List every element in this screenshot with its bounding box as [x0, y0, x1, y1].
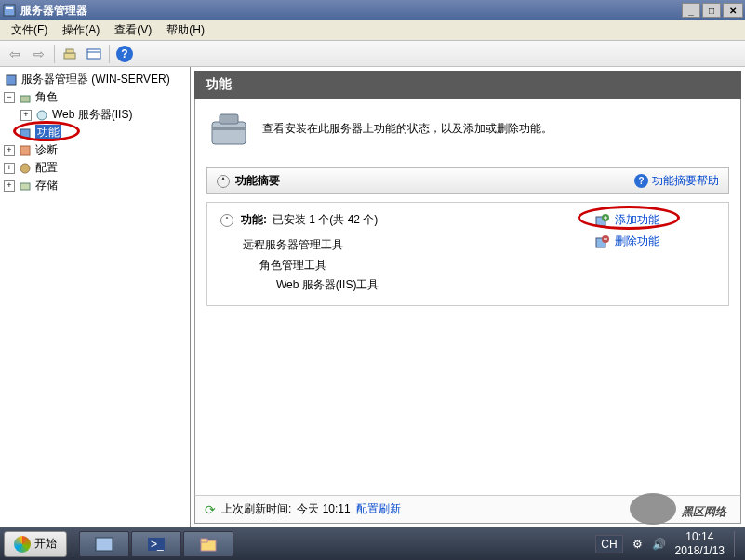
- tree-features[interactable]: 功能: [4, 124, 186, 141]
- properties-button[interactable]: [59, 44, 81, 64]
- server-icon: [4, 73, 19, 87]
- summary-title: 功能摘要: [235, 173, 280, 189]
- watermark-logo: [630, 493, 676, 525]
- expand-icon[interactable]: +: [4, 180, 15, 192]
- window-title: 服务器管理器: [20, 3, 682, 19]
- watermark: 黑区网络: [630, 492, 726, 525]
- clock[interactable]: 10:14 2018/1/13: [675, 530, 725, 557]
- config-icon: [18, 162, 33, 175]
- svg-rect-6: [7, 75, 16, 85]
- task-explorer[interactable]: [183, 531, 233, 557]
- window-controls: _ □ ✕: [682, 3, 743, 18]
- app-icon: [2, 3, 17, 18]
- svg-rect-0: [4, 5, 15, 16]
- help-icon: ?: [634, 174, 648, 188]
- menu-help[interactable]: 帮助(H): [159, 20, 212, 40]
- collapse-icon[interactable]: ˄: [220, 214, 233, 227]
- expand-icon[interactable]: +: [4, 163, 15, 174]
- separator: [54, 45, 55, 63]
- tree-iis[interactable]: + Web 服务器(IIS): [4, 106, 186, 124]
- add-feature-link[interactable]: 添加功能: [594, 212, 715, 228]
- view-button[interactable]: [83, 44, 105, 64]
- svg-rect-15: [212, 127, 246, 130]
- menubar: 文件(F) 操作(A) 查看(V) 帮助(H): [0, 20, 745, 41]
- svg-point-11: [20, 164, 30, 173]
- add-feature-icon: [594, 213, 609, 228]
- collapse-icon[interactable]: −: [4, 92, 15, 103]
- detail-right: 添加功能 删除功能: [594, 212, 715, 296]
- toolbox-icon: [206, 108, 251, 149]
- menu-action[interactable]: 操作(A): [55, 20, 107, 40]
- svg-rect-24: [201, 539, 207, 542]
- svg-rect-10: [20, 146, 30, 155]
- svg-rect-9: [20, 129, 30, 138]
- remove-feature-icon: [594, 234, 609, 249]
- minimize-button[interactable]: _: [682, 3, 700, 18]
- detail-box: ˄ 功能: 已安装 1 个(共 42 个) 远程服务器管理工具 角色管理工具 W…: [206, 202, 729, 306]
- task-server-manager[interactable]: [79, 531, 129, 557]
- content-heading: 功能: [194, 71, 741, 99]
- svg-point-8: [37, 111, 47, 120]
- roles-icon: [18, 91, 33, 104]
- storage-icon: [18, 180, 33, 193]
- help-icon: ?: [116, 46, 133, 62]
- content-pane: 功能 查看安装在此服务器上功能的状态，以及添加或删除功能。 ˄ 功能摘要 ? 功…: [194, 71, 741, 524]
- list-item: 角色管理工具: [259, 256, 594, 276]
- toolbar: ⇦ ⇨ ?: [0, 41, 745, 67]
- expand-icon[interactable]: +: [20, 110, 32, 121]
- intro-row: 查看安装在此服务器上功能的状态，以及添加或删除功能。: [206, 108, 729, 149]
- windows-icon: [14, 536, 31, 553]
- svg-rect-14: [220, 114, 238, 124]
- close-button[interactable]: ✕: [723, 3, 743, 18]
- menu-view[interactable]: 查看(V): [107, 20, 159, 40]
- tree-roles[interactable]: − 角色: [4, 88, 186, 106]
- tree-pane[interactable]: 服务器管理器 (WIN-SERVER) − 角色 + Web 服务器(IIS) …: [0, 67, 191, 527]
- svg-rect-20: [96, 538, 113, 551]
- features-icon: [18, 127, 33, 140]
- window-titlebar: 服务器管理器 _ □ ✕: [0, 0, 745, 20]
- summary-row: ˄ 功能摘要 ? 功能摘要帮助: [206, 167, 729, 194]
- svg-rect-1: [6, 7, 13, 9]
- last-refresh-value: 今天 10:11: [297, 501, 350, 517]
- summary-help-link[interactable]: ? 功能摘要帮助: [634, 173, 719, 189]
- tree-config[interactable]: + 配置: [4, 159, 186, 177]
- tree-storage[interactable]: + 存储: [4, 177, 186, 194]
- back-button[interactable]: ⇦: [4, 44, 26, 64]
- menu-file[interactable]: 文件(F): [4, 20, 55, 40]
- installed-value: 已安装 1 个(共 42 个): [273, 212, 378, 228]
- tray-volume-icon[interactable]: 🔊: [652, 538, 666, 551]
- summary-title-wrap[interactable]: ˄ 功能摘要: [217, 173, 280, 189]
- remove-feature-link[interactable]: 删除功能: [594, 233, 715, 249]
- collapse-icon: ˄: [217, 175, 230, 188]
- forward-button[interactable]: ⇨: [28, 44, 50, 64]
- svg-rect-7: [20, 96, 30, 102]
- task-powershell[interactable]: >_: [131, 531, 181, 557]
- intro-text: 查看安装在此服务器上功能的状态，以及添加或删除功能。: [262, 121, 552, 137]
- svg-rect-13: [212, 122, 246, 144]
- svg-rect-2: [64, 53, 75, 59]
- show-desktop[interactable]: [734, 531, 741, 557]
- maximize-button[interactable]: □: [702, 3, 721, 18]
- last-refresh-label: 上次刷新时间:: [221, 501, 291, 517]
- tree-root[interactable]: 服务器管理器 (WIN-SERVER): [4, 71, 186, 88]
- system-tray: CH ⚙ 🔊 10:14 2018/1/13: [595, 530, 741, 557]
- taskbar: 开始 >_ CH ⚙ 🔊 10:14 2018/1/13: [0, 527, 745, 560]
- config-refresh-link[interactable]: 配置刷新: [356, 501, 401, 517]
- svg-text:>_: >_: [151, 538, 164, 551]
- iis-icon: [34, 109, 49, 122]
- expand-icon[interactable]: +: [4, 145, 15, 156]
- main-area: 服务器管理器 (WIN-SERVER) − 角色 + Web 服务器(IIS) …: [0, 67, 745, 527]
- svg-rect-3: [66, 49, 73, 53]
- svg-rect-4: [87, 49, 100, 59]
- feature-title: ˄ 功能: 已安装 1 个(共 42 个): [220, 212, 594, 228]
- feature-list: 远程服务器管理工具 角色管理工具 Web 服务器(IIS)工具: [243, 235, 594, 296]
- help-button[interactable]: ?: [113, 44, 136, 64]
- tray-icon[interactable]: ⚙: [632, 538, 643, 551]
- list-item: Web 服务器(IIS)工具: [276, 275, 594, 296]
- tree-diag[interactable]: + 诊断: [4, 141, 186, 159]
- language-indicator[interactable]: CH: [595, 535, 622, 553]
- svg-rect-12: [20, 183, 30, 190]
- detail-left: ˄ 功能: 已安装 1 个(共 42 个) 远程服务器管理工具 角色管理工具 W…: [220, 212, 594, 296]
- start-button[interactable]: 开始: [4, 531, 67, 557]
- installed-label: 功能:: [241, 212, 267, 228]
